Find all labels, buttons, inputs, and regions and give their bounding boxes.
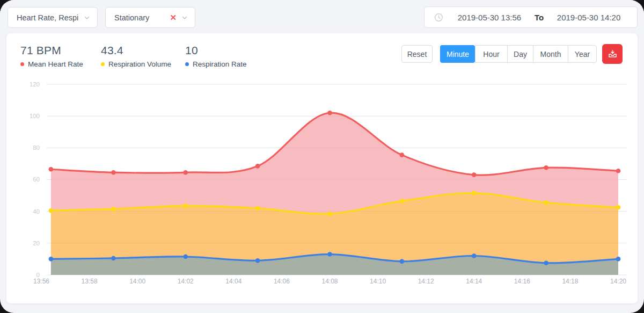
svg-text:80: 80	[33, 144, 40, 151]
clock-icon	[434, 13, 443, 22]
svg-text:14:08: 14:08	[321, 278, 338, 285]
svg-text:14:04: 14:04	[225, 278, 241, 285]
tag-select-value: Stationary	[114, 13, 165, 22]
legend-dot-heart-rate	[20, 62, 24, 66]
date-range-end-input[interactable]: 2019-05-30 14:20	[546, 13, 632, 22]
stat-mean-heart-rate: 71 BPM Mean Heart Rate	[20, 44, 83, 68]
granularity-hour-button[interactable]: Hour	[475, 45, 507, 63]
metric-select-dropdown[interactable]: Heart Rate, Respir…	[8, 7, 98, 28]
date-range-separator: To	[532, 13, 546, 22]
date-range-picker[interactable]: 2019-05-30 13:56 To 2019-05-30 14:20	[424, 6, 638, 28]
svg-text:13:56: 13:56	[33, 278, 49, 285]
metric-select-value: Heart Rate, Respir…	[17, 13, 79, 22]
svg-text:20: 20	[33, 240, 40, 246]
filter-bar: Heart Rate, Respir… Stationary ✕ 2019-05…	[0, 0, 644, 33]
svg-text:14:06: 14:06	[274, 278, 290, 285]
tag-remove-x-icon[interactable]: ✕	[170, 13, 177, 21]
svg-text:13:58: 13:58	[82, 278, 98, 285]
chevron-down-icon	[181, 14, 188, 21]
stat-label: Respiration Volume	[108, 60, 171, 68]
stat-label: Mean Heart Rate	[28, 60, 83, 68]
svg-text:100: 100	[30, 113, 40, 119]
svg-text:120: 120	[30, 81, 40, 88]
metrics-area-chart[interactable]: 02040608010012013:5613:5814:0014:0214:04…	[6, 81, 638, 299]
stat-label: Respiration Rate	[193, 60, 247, 68]
stat-value: 71 BPM	[20, 44, 83, 57]
app-window: Heart Rate, Respir… Stationary ✕ 2019-05…	[0, 0, 644, 313]
svg-text:60: 60	[33, 176, 40, 183]
svg-text:14:20: 14:20	[610, 278, 626, 285]
svg-text:40: 40	[33, 208, 40, 215]
metrics-card: 71 BPM Mean Heart Rate 43.4 Respiration …	[6, 33, 638, 303]
svg-text:14:18: 14:18	[562, 278, 578, 285]
tag-select-dropdown[interactable]: Stationary ✕	[105, 7, 195, 28]
svg-text:14:10: 14:10	[370, 278, 386, 285]
chevron-down-icon	[83, 14, 91, 21]
stat-respiration-volume: 43.4 Respiration Volume	[101, 44, 171, 68]
stat-value: 43.4	[101, 44, 171, 57]
legend-dot-respiration-volume	[101, 62, 105, 66]
legend-dot-respiration-rate	[185, 62, 189, 66]
stat-value: 10	[185, 44, 247, 57]
svg-text:14:12: 14:12	[418, 278, 434, 285]
x-axis-labels: 13:5613:5814:0014:0214:0414:0614:0814:10…	[33, 278, 626, 285]
svg-text:14:02: 14:02	[178, 278, 194, 285]
granularity-button-group: Minute Hour Day Month Year	[440, 45, 597, 63]
svg-text:14:14: 14:14	[466, 278, 482, 285]
granularity-month-button[interactable]: Month	[533, 45, 568, 63]
svg-text:14:00: 14:00	[129, 278, 145, 285]
date-range-start-input[interactable]: 2019-05-30 13:56	[447, 13, 532, 22]
download-tray-icon	[607, 48, 618, 60]
stat-respiration-rate: 10 Respiration Rate	[185, 44, 247, 68]
export-download-button[interactable]	[602, 44, 623, 64]
y-axis-labels: 020406080100120	[30, 81, 40, 278]
granularity-minute-button[interactable]: Minute	[440, 45, 475, 63]
granularity-day-button[interactable]: Day	[507, 45, 533, 63]
granularity-year-button[interactable]: Year	[568, 45, 597, 63]
reset-button[interactable]: Reset	[401, 45, 433, 63]
svg-text:14:16: 14:16	[514, 278, 530, 285]
